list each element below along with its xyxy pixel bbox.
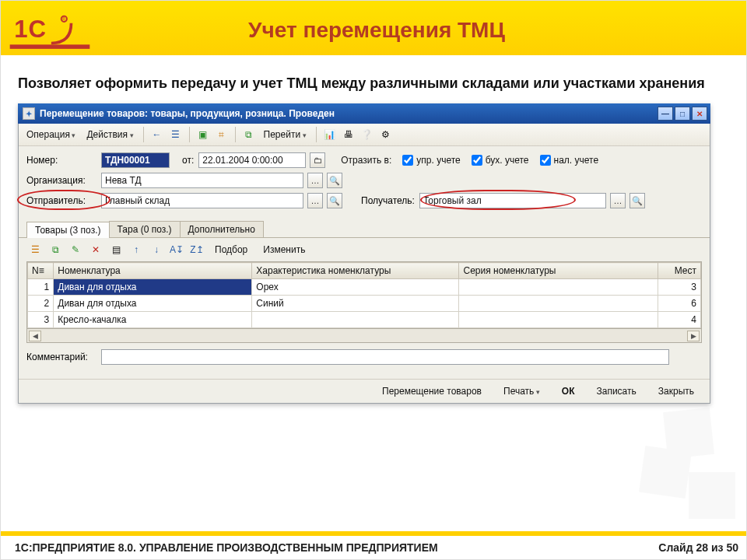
- add-row-icon[interactable]: ☰: [26, 241, 44, 258]
- cell-places: 4: [658, 312, 700, 328]
- tab-goods[interactable]: Товары (3 поз.): [26, 222, 110, 238]
- cell-places: 3: [658, 279, 700, 296]
- list-icon[interactable]: ▤: [107, 241, 124, 258]
- cell-series: [459, 279, 658, 296]
- scroll-left-icon[interactable]: ◀: [29, 331, 41, 341]
- choose-org-icon[interactable]: …: [307, 173, 323, 188]
- window-body: Операция Действия ← ☰ ▣ ⌗ ⧉ Перейти 📊 🖶 …: [18, 124, 710, 404]
- btn-ok[interactable]: ОК: [554, 384, 583, 398]
- grid-hscrollbar[interactable]: ◀ ▶: [26, 329, 702, 343]
- svg-text:C: C: [29, 16, 47, 43]
- cell-series: [459, 296, 658, 312]
- search-sender-icon[interactable]: 🔍: [327, 193, 342, 208]
- slide-title: Учет перемещения ТМЦ: [93, 18, 746, 43]
- input-receiver[interactable]: Торговый зал: [419, 193, 606, 208]
- structure-icon[interactable]: ⧉: [240, 126, 258, 143]
- label-reflect: Отразить в:: [341, 155, 391, 166]
- close-button[interactable]: ✕: [692, 107, 707, 121]
- new-doc-icon[interactable]: ☰: [167, 126, 184, 143]
- btn-save[interactable]: Записать: [589, 384, 644, 398]
- grid-header-row: N≡ Номенклатура Характеристика номенклат…: [28, 263, 701, 279]
- cell-char: [252, 312, 459, 328]
- slide-header: 1 C ® Учет перемещения ТМЦ: [1, 1, 746, 55]
- back-icon[interactable]: ←: [149, 126, 166, 143]
- minimize-button[interactable]: —: [658, 107, 673, 121]
- menu-actions[interactable]: Действия: [82, 128, 138, 142]
- label-number: Номер:: [26, 155, 96, 166]
- search-receiver-icon[interactable]: 🔍: [630, 193, 645, 208]
- tab-extra[interactable]: Дополнительно: [180, 221, 264, 237]
- checkbox-nal-input[interactable]: [540, 155, 551, 166]
- input-date[interactable]: 22.01.2004 0:00:00: [198, 152, 306, 168]
- input-number[interactable]: ТДН00001: [101, 152, 170, 168]
- input-organization[interactable]: Нева ТД: [101, 173, 303, 188]
- checkbox-nal[interactable]: нал. учете: [540, 155, 599, 166]
- pick-button[interactable]: Подбор: [209, 243, 254, 257]
- col-places[interactable]: Мест: [658, 263, 700, 279]
- col-n[interactable]: N≡: [28, 263, 54, 279]
- sort-desc-icon[interactable]: Z↥: [188, 241, 205, 258]
- analysis-icon[interactable]: 📊: [321, 126, 338, 143]
- footer-right: Слайд 28 из 50: [658, 541, 738, 554]
- choose-sender-icon[interactable]: …: [307, 193, 323, 208]
- sort-asc-icon[interactable]: A↧: [168, 241, 185, 258]
- calendar-icon[interactable]: 🗀: [310, 152, 325, 168]
- col-series[interactable]: Серия номенклатуры: [459, 263, 658, 279]
- change-button[interactable]: Изменить: [257, 243, 311, 257]
- checkbox-buh-label: бух. учете: [486, 155, 529, 166]
- delete-row-icon[interactable]: ✕: [87, 241, 104, 258]
- row-number: Номер: ТДН00001 от: 22.01.2004 0:00:00 🗀…: [26, 152, 702, 168]
- tab-tara[interactable]: Тара (0 поз.): [109, 221, 181, 237]
- input-sender[interactable]: Главный склад: [101, 193, 303, 208]
- btn-close[interactable]: Закрыть: [651, 384, 702, 398]
- grid: N≡ Номенклатура Характеристика номенклат…: [26, 261, 702, 329]
- cell-char: Орех: [252, 279, 459, 296]
- checkbox-buh[interactable]: бух. учете: [472, 155, 529, 166]
- table-row[interactable]: 2 Диван для отдыха Синий 6: [28, 296, 701, 312]
- choose-receiver-icon[interactable]: …: [610, 193, 626, 208]
- move-down-icon[interactable]: ↓: [148, 241, 165, 258]
- print-icon[interactable]: 🖶: [340, 126, 357, 143]
- cell-name: Кресло-качалка: [54, 312, 252, 328]
- scroll-right-icon[interactable]: ▶: [687, 331, 700, 341]
- col-name[interactable]: Номенклатура: [54, 263, 252, 279]
- checkbox-upr-label: упр. учете: [416, 155, 460, 166]
- btn-print[interactable]: Печать: [496, 384, 548, 398]
- slide-footer: 1С:ПРЕДПРИЯТИЕ 8.0. УПРАВЛЕНИЕ ПРОИЗВОДС…: [1, 531, 746, 559]
- col-char[interactable]: Характеристика номенклатуры: [252, 263, 459, 279]
- table-row[interactable]: 1 Диван для отдыха Орех 3: [28, 279, 701, 296]
- register-icon[interactable]: ⌗: [213, 126, 230, 143]
- label-organization: Организация:: [26, 175, 96, 186]
- input-comment[interactable]: [101, 349, 669, 365]
- menu-operation[interactable]: Операция: [22, 128, 80, 142]
- grid-toolbar: ☰ ⧉ ✎ ✕ ▤ ↑ ↓ A↧ Z↥ Подбор Изменить: [19, 238, 710, 261]
- maximize-button[interactable]: □: [675, 107, 690, 121]
- table-row[interactable]: 3 Кресло-качалка 4: [28, 312, 701, 328]
- window-icon: ✦: [23, 107, 35, 120]
- checkbox-buh-input[interactable]: [472, 155, 482, 166]
- clone-row-icon[interactable]: ⧉: [47, 241, 64, 258]
- search-org-icon[interactable]: 🔍: [327, 173, 342, 188]
- edit-row-icon[interactable]: ✎: [67, 241, 84, 258]
- post-icon[interactable]: ▣: [195, 126, 212, 143]
- btn-move[interactable]: Перемещение товаров: [374, 384, 489, 398]
- checkbox-upr[interactable]: упр. учете: [402, 155, 460, 166]
- cell-n: 2: [28, 296, 54, 312]
- toolbar-separator: [143, 127, 144, 142]
- move-up-icon[interactable]: ↑: [128, 241, 145, 258]
- tabs: Товары (3 поз.) Тара (0 поз.) Дополнител…: [19, 216, 710, 238]
- cell-name: Диван для отдыха: [54, 279, 252, 296]
- cell-places: 6: [658, 296, 700, 312]
- slide-description: Позволяет оформить передачу и учет ТМЦ м…: [18, 74, 729, 93]
- menu-goto[interactable]: Перейти: [259, 128, 311, 142]
- checkbox-upr-input[interactable]: [402, 155, 413, 166]
- label-receiver: Получатель:: [361, 195, 415, 206]
- checkbox-nal-label: нал. учете: [554, 155, 599, 166]
- help-icon[interactable]: ❔: [359, 126, 376, 143]
- cell-char: Синий: [252, 296, 459, 312]
- label-comment: Комментарий:: [26, 352, 96, 362]
- settings-icon[interactable]: ⚙: [377, 126, 395, 143]
- svg-text:®: ®: [61, 16, 66, 23]
- row-sender-receiver: Отправитель: Главный склад … 🔍 Получател…: [26, 193, 702, 208]
- cell-series: [459, 312, 658, 328]
